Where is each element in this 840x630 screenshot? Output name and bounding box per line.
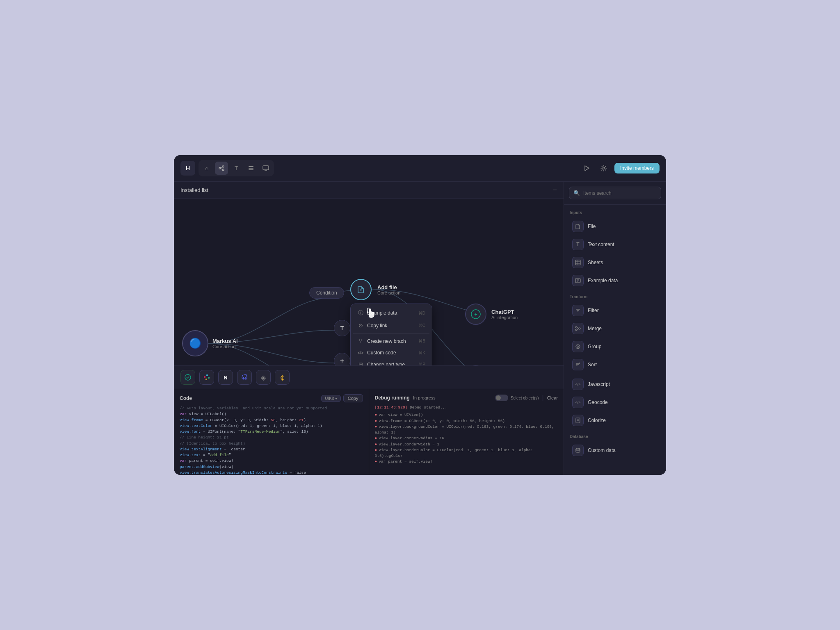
debug-line: ●view.layer.borderWidth = 1: [375, 442, 558, 447]
installed-bar: Installed list −: [174, 182, 564, 199]
tool-notion[interactable]: N: [218, 370, 233, 385]
panel-item-merge[interactable]: Merge: [566, 320, 664, 338]
t-node[interactable]: T: [334, 320, 350, 336]
custom-data-icon: [572, 445, 584, 456]
menu-example-data[interactable]: ⓘ Example data ⌘D: [353, 306, 429, 320]
clear-button[interactable]: Clear: [547, 395, 558, 400]
right-panel-content: Inputs File T Text content Sheets: [564, 205, 666, 475]
chatgpt-node[interactable]: ✦ ChatGPT Ai integration: [465, 304, 518, 325]
panel-item-group[interactable]: Group: [566, 338, 664, 356]
debug-right: Select object(s) | Clear: [495, 394, 558, 402]
search-box: 🔍: [569, 187, 661, 199]
play-button[interactable]: [580, 162, 593, 175]
svg-line-4: [221, 169, 222, 169]
file-label: File: [588, 224, 596, 229]
svg-rect-21: [205, 379, 207, 380]
copy-button[interactable]: Copy: [343, 394, 363, 402]
panel-item-filter[interactable]: Filter: [566, 301, 664, 320]
svg-rect-8: [263, 166, 269, 170]
code-line: var view = UILabel(): [180, 411, 363, 417]
svg-line-37: [577, 329, 579, 330]
collapse-button[interactable]: −: [552, 186, 557, 194]
panel-item-example-data[interactable]: Example data: [566, 272, 664, 290]
filter-icon: [572, 305, 584, 316]
chatgpt-label: ChatGPT: [491, 309, 518, 315]
markus-ai-node[interactable]: 🔵 Markus Ai Core action: [182, 330, 238, 356]
geocode-icon: </>: [572, 397, 584, 408]
svg-rect-18: [204, 376, 205, 378]
example-data-icon: ⓘ: [357, 309, 364, 317]
menu-change-part[interactable]: ⊟ Change part type ⌘P: [353, 358, 429, 365]
nav-flow[interactable]: [215, 162, 228, 175]
invite-button[interactable]: Invite members: [614, 163, 660, 173]
copy-link-shortcut: ⌘C: [418, 323, 425, 328]
canvas[interactable]: 🔵 Markus Ai Core action Condition T +: [174, 199, 564, 365]
markus-node-info: Markus Ai Core action: [212, 338, 238, 349]
add-file-circle[interactable]: [350, 279, 372, 300]
menu-create-branch-label: Create new brach: [367, 338, 406, 344]
add-file-info: Add file Core action: [377, 284, 400, 295]
logo-button[interactable]: H: [180, 161, 195, 176]
menu-change-part-label: Change part type: [367, 362, 405, 366]
svg-point-35: [579, 328, 580, 329]
svg-point-2: [222, 169, 224, 171]
nav-preview[interactable]: [259, 162, 272, 175]
debug-status: In progress: [413, 395, 436, 400]
svg-point-38: [576, 345, 580, 349]
panel-item-sort[interactable]: Sort: [566, 356, 664, 374]
panel-item-javascript[interactable]: </> Javascript: [566, 375, 664, 393]
tool-discord[interactable]: [237, 370, 252, 385]
panel-item-text-content[interactable]: T Text content: [566, 235, 664, 253]
condition-node[interactable]: Condition: [309, 287, 344, 299]
select-toggle[interactable]: [495, 395, 508, 401]
menu-create-branch[interactable]: ⑂ Create new brach ⌘B: [353, 335, 429, 347]
tool-ai[interactable]: [180, 370, 195, 385]
chatgpt-info: ChatGPT Ai integration: [491, 309, 518, 320]
panel-item-custom-data[interactable]: Custom data: [566, 441, 664, 459]
change-part-icon: ⊟: [357, 361, 364, 365]
panel-item-geocode[interactable]: </> Geocode: [566, 393, 664, 411]
sheets-icon: [572, 257, 584, 268]
menu-copy-link[interactable]: ⊙ Copy link ⌘C: [353, 320, 429, 331]
panel-item-file[interactable]: File: [566, 217, 664, 235]
svg-line-3: [221, 167, 222, 168]
custom-code-icon: </>: [357, 351, 364, 355]
code-panel: Code UIKit ▾ Copy // Auto layout, variab…: [174, 389, 369, 475]
tool-slack[interactable]: [199, 370, 214, 385]
select-label: Select object(s): [511, 396, 539, 400]
panel-item-colorize[interactable]: Colorize: [566, 411, 664, 429]
svg-point-46: [576, 448, 580, 450]
colorize-icon: [572, 415, 584, 426]
create-branch-shortcut: ⌘B: [418, 339, 425, 343]
custom-data-label: Custom data: [588, 447, 616, 453]
debug-line: ●var parent = self.view!: [375, 459, 558, 465]
tool-coin[interactable]: ₵: [275, 370, 290, 385]
javascript-label: Javascript: [588, 381, 610, 387]
nav-layers[interactable]: [244, 162, 258, 175]
right-search: 🔍: [564, 182, 666, 205]
svg-line-36: [577, 327, 579, 329]
code-line: // (Identical to box height): [180, 441, 363, 447]
search-icon: 🔍: [573, 190, 580, 196]
merge-label: Merge: [588, 326, 602, 331]
svg-point-39: [577, 346, 579, 347]
settings-button[interactable]: [597, 162, 610, 175]
panel-item-sheets[interactable]: Sheets: [566, 253, 664, 272]
markus-req-node[interactable]: 🔵 Markus reque Custom code: [465, 365, 526, 365]
nav-type[interactable]: T: [230, 162, 243, 175]
add-file-node[interactable]: Add file Core action: [350, 279, 400, 300]
canvas-area: Installed list −: [174, 182, 564, 475]
tool-web[interactable]: ◈: [256, 370, 271, 385]
plus-node[interactable]: +: [334, 353, 350, 365]
code-line: view.translatesAutoresizingMaskIntoConst…: [180, 470, 363, 475]
nav-home[interactable]: ⌂: [200, 162, 213, 175]
header: H ⌂ T Invite members: [174, 155, 666, 182]
menu-custom-code[interactable]: </> Custom code ⌘K: [353, 347, 429, 358]
markus-req-circle: 🔵: [465, 365, 486, 365]
search-input[interactable]: [583, 190, 657, 196]
change-part-shortcut: ⌘P: [418, 362, 425, 365]
debug-line: ●var view = UIView(): [375, 412, 558, 418]
svg-rect-20: [208, 377, 210, 379]
filter-label: Filter: [588, 308, 599, 313]
bottom-panels: Code UIKit ▾ Copy // Auto layout, variab…: [174, 389, 564, 475]
